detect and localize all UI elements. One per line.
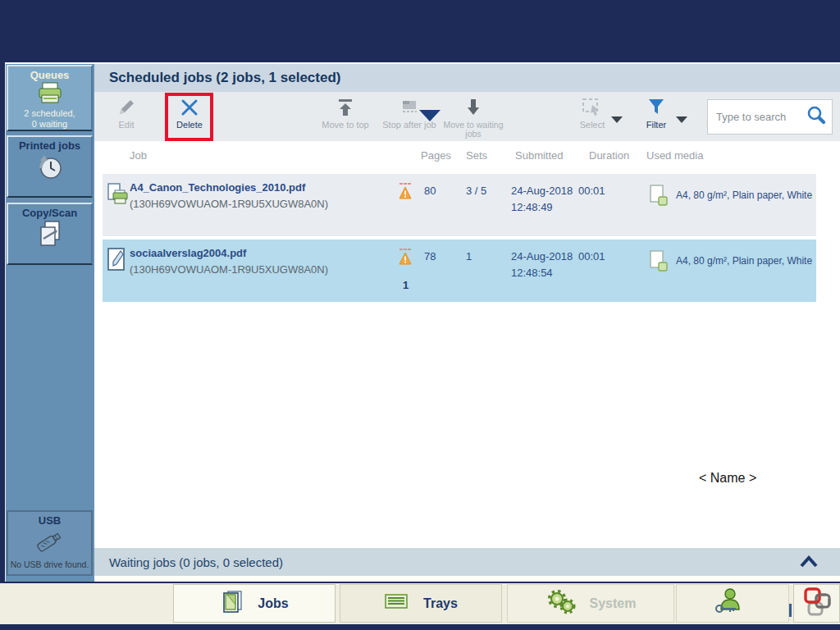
job-media: A4, 80 g/m², Plain paper, White	[676, 255, 812, 267]
bottom-tab-bar: Jobs Trays Sys	[0, 582, 840, 630]
gears-icon	[546, 588, 577, 619]
job-sets: 3 / 5	[466, 185, 486, 197]
stop-after-job-icon	[399, 95, 420, 120]
sidebar-item-usb[interactable]: USB No USB drive found.	[7, 510, 93, 576]
search-icon[interactable]	[806, 105, 827, 130]
job-duration: 00:01	[578, 250, 605, 262]
history-clock-icon	[8, 153, 91, 187]
queues-status: 2 scheduled, 0 waiting	[8, 108, 91, 130]
filter-button[interactable]: Filter	[636, 95, 677, 139]
usb-label: USB	[8, 514, 91, 527]
view-switcher-button[interactable]	[793, 584, 840, 623]
filter-funnel-icon	[647, 95, 665, 120]
printer-control-panel: Queues 2 scheduled, 0 waiting Printed jo…	[0, 0, 840, 630]
job-pages: 80	[424, 185, 436, 197]
tab-jobs[interactable]: Jobs	[173, 584, 336, 623]
job-duration: 00:01	[578, 185, 605, 197]
copy-scan-icon	[8, 220, 91, 254]
trays-icon	[384, 591, 410, 616]
overlapping-squares-icon	[801, 586, 833, 622]
job-name: sociaalverslag2004.pdf	[130, 247, 246, 259]
pencil-icon	[116, 95, 136, 120]
select-dropdown-caret[interactable]	[611, 116, 623, 123]
tab-separator	[789, 604, 792, 617]
column-header-pages: Pages	[421, 149, 451, 162]
column-header-duration: Duration	[589, 149, 629, 162]
warning-icon	[399, 249, 412, 269]
arrow-to-top-icon	[337, 95, 354, 120]
move-to-top-button[interactable]: Move to top	[313, 95, 377, 139]
column-header-submitted: Submitted	[515, 149, 564, 162]
name-placeholder-text: < Name >	[699, 471, 756, 486]
sidebar-item-copy-scan[interactable]: Copy/Scan	[7, 203, 93, 265]
table-row[interactable]: A4_Canon_Technologies_2010.pdf (130H69VO…	[103, 174, 816, 236]
waiting-jobs-title: Waiting jobs (0 jobs, 0 selected)	[109, 555, 283, 569]
usb-status: No USB drive found.	[8, 559, 91, 569]
scheduled-jobs-header: Scheduled jobs (2 jobs, 1 selected)	[94, 64, 840, 92]
select-marquee-icon	[581, 95, 604, 120]
delete-x-icon	[180, 95, 199, 120]
copy-scan-label: Copy/Scan	[8, 207, 91, 219]
printer-queue-icon	[8, 82, 91, 108]
search-box	[707, 99, 833, 135]
waiting-jobs-bar: Waiting jobs (0 jobs, 0 selected)	[94, 548, 840, 576]
table-row-selected[interactable]: sociaalverslag2004.pdf (130H69VOWUAOM-1R…	[103, 240, 816, 302]
top-status-bar	[0, 0, 840, 62]
job-id: (130H69VOWUAOM-1R9U5XUGW8A0N)	[130, 198, 328, 210]
job-submitted-date: 24-Aug-2018	[511, 250, 573, 262]
collapse-chevron-icon[interactable]	[799, 555, 819, 572]
job-pages: 78	[424, 250, 436, 262]
sidebar-item-queues[interactable]: Queues 2 scheduled, 0 waiting	[7, 65, 93, 131]
job-id: (130H69VOWUAOM-1R9U5XUGW8A0N)	[130, 263, 328, 276]
tab-trays[interactable]: Trays	[340, 584, 502, 623]
job-submitted-time: 12:48:49	[511, 201, 553, 213]
usb-drive-icon	[8, 527, 91, 559]
column-header-used-media: Used media	[646, 149, 703, 162]
search-input[interactable]	[708, 110, 806, 124]
queues-label: Queues	[8, 69, 91, 81]
filter-dropdown-caret[interactable]	[676, 116, 687, 123]
column-header-job: Job	[130, 149, 147, 162]
scheduled-jobs-title: Scheduled jobs (2 jobs, 1 selected)	[109, 70, 340, 86]
printed-sets-count: 1	[403, 279, 409, 291]
operator-key-icon	[713, 587, 742, 620]
select-button[interactable]: Select	[568, 95, 616, 139]
sidebar-item-printed-jobs[interactable]: Printed jobs	[7, 135, 93, 198]
media-icon	[650, 250, 669, 276]
jobs-document-icon	[220, 589, 244, 619]
tab-operator-login[interactable]	[676, 584, 789, 623]
edit-button[interactable]: Edit	[103, 95, 150, 139]
printed-jobs-label: Printed jobs	[8, 139, 91, 152]
toolbar-expand-caret[interactable]	[419, 110, 441, 121]
job-sets: 1	[466, 250, 472, 262]
delete-button[interactable]: Delete	[166, 95, 213, 139]
jobs-toolbar: Edit Delete Move to top	[94, 92, 840, 141]
move-to-waiting-jobs-button[interactable]: Move to waiting jobs	[439, 95, 508, 139]
arrow-down-icon	[465, 95, 482, 120]
column-header-sets: Sets	[466, 149, 487, 162]
job-submitted-time: 12:48:54	[511, 267, 553, 279]
tab-system[interactable]: System	[507, 584, 674, 623]
job-submitted-date: 24-Aug-2018	[511, 185, 573, 197]
warning-icon	[399, 183, 412, 203]
sidebar: Queues 2 scheduled, 0 waiting Printed jo…	[5, 64, 94, 583]
media-icon	[650, 185, 669, 211]
document-job-icon	[107, 247, 128, 276]
job-name: A4_Canon_Technologies_2010.pdf	[130, 181, 305, 194]
job-media: A4, 80 g/m², Plain paper, White	[676, 189, 812, 201]
printing-job-icon	[107, 181, 130, 211]
